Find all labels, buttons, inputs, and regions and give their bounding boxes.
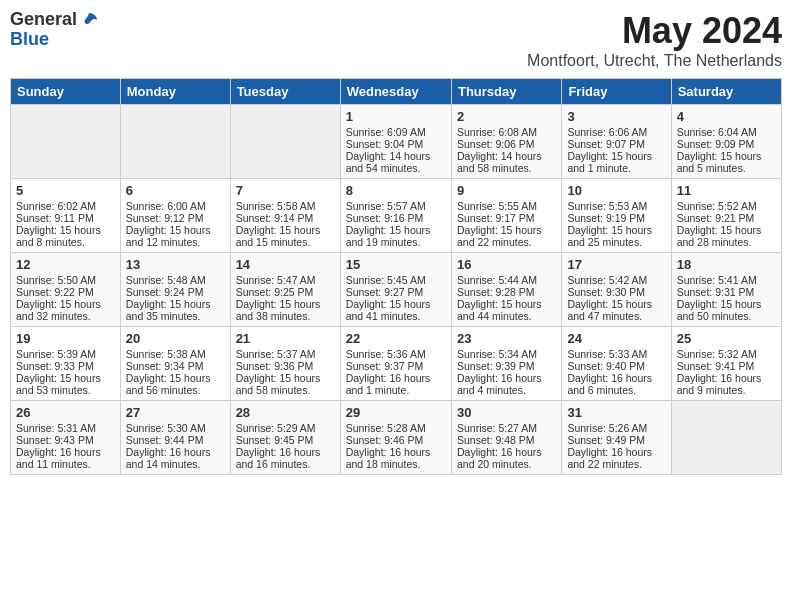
day-info: Sunset: 9:21 PM [677, 212, 776, 224]
calendar-cell: 31Sunrise: 5:26 AMSunset: 9:49 PMDayligh… [562, 401, 671, 475]
calendar-cell: 9Sunrise: 5:55 AMSunset: 9:17 PMDaylight… [451, 179, 561, 253]
title-area: May 2024 Montfoort, Utrecht, The Netherl… [527, 10, 782, 70]
calendar-cell: 26Sunrise: 5:31 AMSunset: 9:43 PMDayligh… [11, 401, 121, 475]
day-number: 20 [126, 331, 225, 346]
day-number: 17 [567, 257, 665, 272]
day-info: Daylight: 14 hours and 54 minutes. [346, 150, 446, 174]
day-info: Sunset: 9:44 PM [126, 434, 225, 446]
calendar-cell: 1Sunrise: 6:09 AMSunset: 9:04 PMDaylight… [340, 105, 451, 179]
day-info: Daylight: 15 hours and 50 minutes. [677, 298, 776, 322]
calendar-week-2: 5Sunrise: 6:02 AMSunset: 9:11 PMDaylight… [11, 179, 782, 253]
day-number: 13 [126, 257, 225, 272]
day-info: Daylight: 15 hours and 25 minutes. [567, 224, 665, 248]
day-number: 29 [346, 405, 446, 420]
calendar-cell: 21Sunrise: 5:37 AMSunset: 9:36 PMDayligh… [230, 327, 340, 401]
day-info: Sunset: 9:19 PM [567, 212, 665, 224]
day-info: Daylight: 16 hours and 11 minutes. [16, 446, 115, 470]
day-info: Sunset: 9:39 PM [457, 360, 556, 372]
day-info: Daylight: 15 hours and 15 minutes. [236, 224, 335, 248]
month-title: May 2024 [527, 10, 782, 52]
calendar-cell: 13Sunrise: 5:48 AMSunset: 9:24 PMDayligh… [120, 253, 230, 327]
day-number: 15 [346, 257, 446, 272]
calendar-week-5: 26Sunrise: 5:31 AMSunset: 9:43 PMDayligh… [11, 401, 782, 475]
day-number: 27 [126, 405, 225, 420]
weekday-header-monday: Monday [120, 79, 230, 105]
day-info: Sunset: 9:41 PM [677, 360, 776, 372]
weekday-header-sunday: Sunday [11, 79, 121, 105]
day-info: Daylight: 16 hours and 16 minutes. [236, 446, 335, 470]
day-info: Sunset: 9:07 PM [567, 138, 665, 150]
day-info: Sunrise: 5:34 AM [457, 348, 556, 360]
location-subtitle: Montfoort, Utrecht, The Netherlands [527, 52, 782, 70]
day-info: Sunrise: 5:28 AM [346, 422, 446, 434]
day-info: Sunset: 9:16 PM [346, 212, 446, 224]
day-info: Daylight: 16 hours and 18 minutes. [346, 446, 446, 470]
day-info: Sunset: 9:45 PM [236, 434, 335, 446]
day-number: 7 [236, 183, 335, 198]
day-info: Sunset: 9:37 PM [346, 360, 446, 372]
day-number: 8 [346, 183, 446, 198]
day-info: Daylight: 15 hours and 19 minutes. [346, 224, 446, 248]
day-info: Sunrise: 6:08 AM [457, 126, 556, 138]
calendar-cell: 11Sunrise: 5:52 AMSunset: 9:21 PMDayligh… [671, 179, 781, 253]
day-info: Daylight: 15 hours and 12 minutes. [126, 224, 225, 248]
calendar-cell: 17Sunrise: 5:42 AMSunset: 9:30 PMDayligh… [562, 253, 671, 327]
day-info: Daylight: 15 hours and 1 minute. [567, 150, 665, 174]
day-number: 5 [16, 183, 115, 198]
day-info: Sunrise: 5:45 AM [346, 274, 446, 286]
day-info: Daylight: 16 hours and 4 minutes. [457, 372, 556, 396]
calendar-cell: 30Sunrise: 5:27 AMSunset: 9:48 PMDayligh… [451, 401, 561, 475]
day-info: Sunrise: 6:00 AM [126, 200, 225, 212]
day-info: Sunrise: 5:31 AM [16, 422, 115, 434]
weekday-header-thursday: Thursday [451, 79, 561, 105]
day-number: 23 [457, 331, 556, 346]
day-number: 11 [677, 183, 776, 198]
day-info: Sunset: 9:11 PM [16, 212, 115, 224]
day-info: Daylight: 15 hours and 32 minutes. [16, 298, 115, 322]
day-info: Daylight: 16 hours and 1 minute. [346, 372, 446, 396]
calendar-cell [120, 105, 230, 179]
logo-general: General [10, 10, 77, 30]
calendar-cell: 12Sunrise: 5:50 AMSunset: 9:22 PMDayligh… [11, 253, 121, 327]
day-info: Sunset: 9:25 PM [236, 286, 335, 298]
calendar-cell: 2Sunrise: 6:08 AMSunset: 9:06 PMDaylight… [451, 105, 561, 179]
day-number: 14 [236, 257, 335, 272]
day-info: Sunrise: 5:42 AM [567, 274, 665, 286]
calendar-cell: 25Sunrise: 5:32 AMSunset: 9:41 PMDayligh… [671, 327, 781, 401]
calendar-cell: 29Sunrise: 5:28 AMSunset: 9:46 PMDayligh… [340, 401, 451, 475]
day-info: Sunset: 9:17 PM [457, 212, 556, 224]
weekday-header-wednesday: Wednesday [340, 79, 451, 105]
day-info: Sunrise: 5:52 AM [677, 200, 776, 212]
day-info: Sunrise: 5:26 AM [567, 422, 665, 434]
day-info: Sunset: 9:22 PM [16, 286, 115, 298]
day-info: Daylight: 15 hours and 44 minutes. [457, 298, 556, 322]
day-number: 21 [236, 331, 335, 346]
calendar-cell: 3Sunrise: 6:06 AMSunset: 9:07 PMDaylight… [562, 105, 671, 179]
day-info: Sunset: 9:30 PM [567, 286, 665, 298]
calendar-cell: 14Sunrise: 5:47 AMSunset: 9:25 PMDayligh… [230, 253, 340, 327]
calendar-cell: 24Sunrise: 5:33 AMSunset: 9:40 PMDayligh… [562, 327, 671, 401]
calendar-week-1: 1Sunrise: 6:09 AMSunset: 9:04 PMDaylight… [11, 105, 782, 179]
day-info: Sunrise: 5:38 AM [126, 348, 225, 360]
day-info: Daylight: 14 hours and 58 minutes. [457, 150, 556, 174]
day-info: Sunrise: 5:53 AM [567, 200, 665, 212]
day-number: 31 [567, 405, 665, 420]
day-number: 3 [567, 109, 665, 124]
day-info: Daylight: 15 hours and 47 minutes. [567, 298, 665, 322]
day-number: 19 [16, 331, 115, 346]
weekday-header-saturday: Saturday [671, 79, 781, 105]
day-number: 10 [567, 183, 665, 198]
day-info: Sunset: 9:40 PM [567, 360, 665, 372]
day-info: Sunset: 9:34 PM [126, 360, 225, 372]
day-info: Sunrise: 5:33 AM [567, 348, 665, 360]
logo-text: General Blue [10, 10, 99, 50]
day-number: 9 [457, 183, 556, 198]
calendar-cell: 19Sunrise: 5:39 AMSunset: 9:33 PMDayligh… [11, 327, 121, 401]
day-info: Daylight: 16 hours and 9 minutes. [677, 372, 776, 396]
day-info: Daylight: 15 hours and 28 minutes. [677, 224, 776, 248]
day-info: Sunrise: 5:37 AM [236, 348, 335, 360]
day-info: Sunset: 9:48 PM [457, 434, 556, 446]
day-info: Sunrise: 5:36 AM [346, 348, 446, 360]
calendar-cell [230, 105, 340, 179]
day-info: Sunrise: 5:30 AM [126, 422, 225, 434]
